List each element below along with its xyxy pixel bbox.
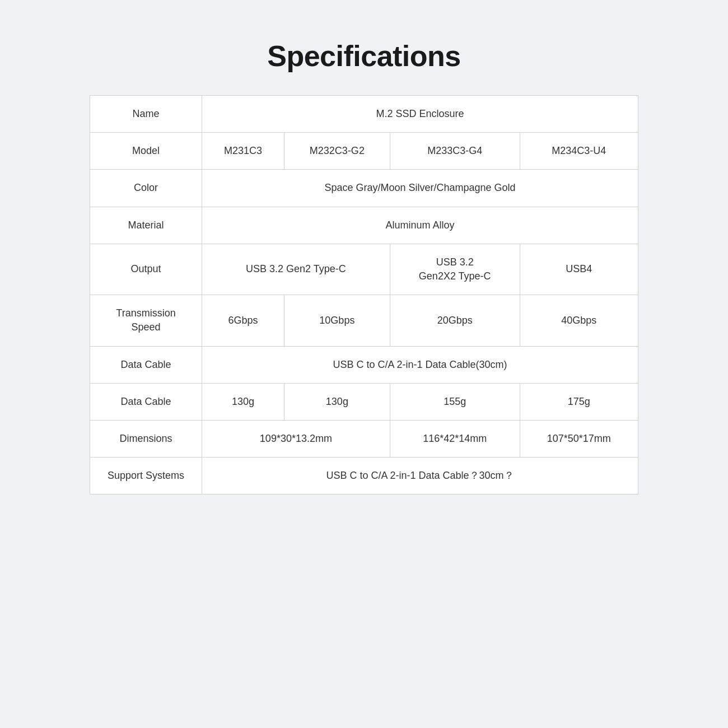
row-label-material: Material [90, 207, 202, 244]
weight-value-2: 130g [284, 383, 390, 420]
speed-value-4: 40Gbps [520, 295, 638, 346]
row-value-support-systems: USB C to C/A 2-in-1 Data Cable？30cm？ [202, 458, 638, 494]
row-label-data-cable-1: Data Cable [90, 346, 202, 383]
output-value-1: USB 3.2 Gen2 Type-C [202, 244, 390, 295]
page-container: Specifications Name M.2 SSD Enclosure Mo… [67, 22, 661, 517]
output-value-2: USB 3.2Gen2X2 Type-C [390, 244, 520, 295]
speed-value-2: 10Gbps [284, 295, 390, 346]
row-value-name: M.2 SSD Enclosure [202, 96, 638, 133]
row-label-name: Name [90, 96, 202, 133]
model-value-2: M232C3-G2 [284, 133, 390, 170]
dimensions-value-3: 107*50*17mm [520, 420, 638, 457]
page-title: Specifications [90, 39, 638, 73]
table-row: Color Space Gray/Moon Silver/Champagne G… [90, 170, 638, 207]
speed-value-3: 20Gbps [390, 295, 520, 346]
weight-value-1: 130g [202, 383, 284, 420]
table-row: Data Cable USB C to C/A 2-in-1 Data Cabl… [90, 346, 638, 383]
row-label-data-cable-2: Data Cable [90, 383, 202, 420]
table-row: Output USB 3.2 Gen2 Type-C USB 3.2Gen2X2… [90, 244, 638, 295]
row-label-model: Model [90, 133, 202, 170]
table-row: Material Aluminum Alloy [90, 207, 638, 244]
row-value-color: Space Gray/Moon Silver/Champagne Gold [202, 170, 638, 207]
row-label-support-systems: Support Systems [90, 458, 202, 494]
speed-value-1: 6Gbps [202, 295, 284, 346]
row-value-data-cable-1: USB C to C/A 2-in-1 Data Cable(30cm) [202, 346, 638, 383]
output-value-3: USB4 [520, 244, 638, 295]
row-label-transmission-speed: Transmission Speed [90, 295, 202, 346]
model-value-1: M231C3 [202, 133, 284, 170]
row-label-dimensions: Dimensions [90, 420, 202, 457]
dimensions-value-2: 116*42*14mm [390, 420, 520, 457]
row-label-output: Output [90, 244, 202, 295]
weight-value-3: 155g [390, 383, 520, 420]
table-row: Transmission Speed 6Gbps 10Gbps 20Gbps 4… [90, 295, 638, 346]
row-label-color: Color [90, 170, 202, 207]
dimensions-value-1: 109*30*13.2mm [202, 420, 390, 457]
table-row: Model M231C3 M232C3-G2 M233C3-G4 M234C3-… [90, 133, 638, 170]
table-row: Name M.2 SSD Enclosure [90, 96, 638, 133]
table-row: Data Cable 130g 130g 155g 175g [90, 383, 638, 420]
weight-value-4: 175g [520, 383, 638, 420]
specifications-table: Name M.2 SSD Enclosure Model M231C3 M232… [90, 95, 638, 494]
row-value-material: Aluminum Alloy [202, 207, 638, 244]
table-row: Dimensions 109*30*13.2mm 116*42*14mm 107… [90, 420, 638, 457]
table-row: Support Systems USB C to C/A 2-in-1 Data… [90, 458, 638, 494]
model-value-3: M233C3-G4 [390, 133, 520, 170]
model-value-4: M234C3-U4 [520, 133, 638, 170]
